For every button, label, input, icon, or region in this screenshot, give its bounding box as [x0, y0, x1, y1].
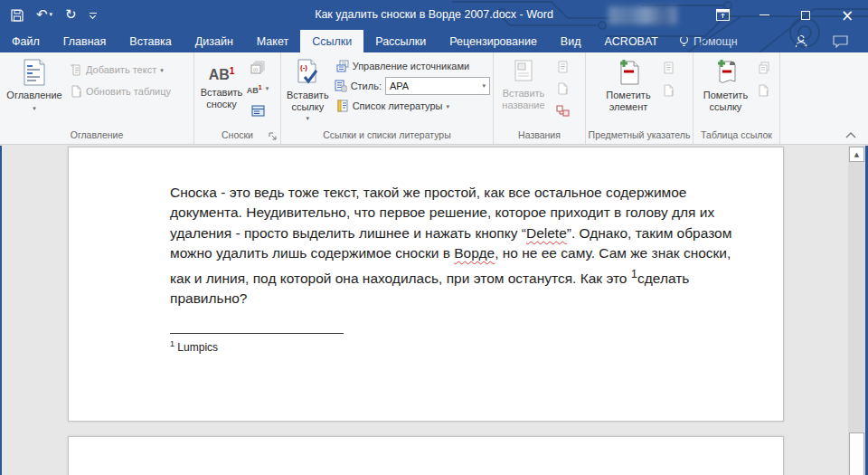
tab-acrobat[interactable]: ACROBAT	[592, 30, 670, 52]
insert-citation-button[interactable]: (-) Вставить ссылку ▾	[283, 55, 333, 128]
toc-button[interactable]: Оглавление ▾	[2, 55, 67, 128]
ribbon-display-options-button[interactable]	[702, 0, 743, 30]
collapse-ribbon-icon[interactable]	[844, 131, 857, 140]
insert-endnote-icon: (i)	[250, 61, 265, 74]
chevron-down-icon: ▾	[266, 85, 269, 92]
misspelled-word-vorde: Ворде	[454, 245, 495, 261]
tab-file[interactable]: Файл	[0, 30, 52, 52]
tab-design[interactable]: Дизайн	[184, 30, 245, 52]
group-captions: Вставить название ! Названия	[494, 52, 586, 144]
update-index-icon: !	[663, 84, 675, 97]
svg-text:!: !	[79, 90, 81, 98]
tab-insert[interactable]: Вставка	[118, 30, 183, 52]
style-combobox[interactable]: APA ▾	[385, 77, 490, 95]
update-table-icon: !	[557, 82, 569, 95]
sign-in-person-icon[interactable]	[795, 34, 809, 49]
group-index: Пометить элемент ! Предметный указатель	[586, 52, 693, 144]
tab-review[interactable]: Рецензирование	[438, 30, 549, 52]
update-table-of-authorities-button: !	[753, 81, 775, 100]
footnote-separator-line	[170, 333, 344, 334]
insert-index-button	[657, 58, 679, 78]
add-text-button: Добавить текст ▾	[67, 62, 175, 78]
svg-text:!: !	[565, 87, 568, 95]
insert-endnote-button[interactable]: (i)	[247, 57, 269, 77]
ribbon: Оглавление ▾ Добавить текст ▾ ! Обновить…	[0, 52, 868, 145]
group-footnotes: AB1 Вставить сноску (i) AB1 ▾	[194, 52, 281, 144]
close-button[interactable]: ×	[826, 0, 868, 30]
vertical-scrollbar[interactable]: ▲	[848, 146, 865, 475]
comment-icon[interactable]	[833, 35, 848, 48]
cross-reference-button[interactable]	[552, 100, 573, 120]
tabrow-right-icons	[795, 30, 868, 52]
footnote-marker: 1	[170, 339, 175, 348]
scroll-up-button[interactable]: ▲	[849, 147, 864, 162]
title-bar: ↶▾ ↻ Как удалить сноски в Ворде 2007.doc…	[0, 0, 868, 30]
document-page-1[interactable]: Сноска - это ведь тоже текст, такой же п…	[68, 147, 784, 422]
manage-sources-button[interactable]: Управление источниками	[333, 58, 492, 74]
mark-entry-button[interactable]: Пометить элемент	[599, 55, 657, 128]
insert-index-icon	[663, 62, 675, 74]
next-footnote-icon: AB1	[247, 83, 262, 95]
tell-me-box[interactable]: Помощн	[670, 30, 747, 52]
style-value: APA	[390, 81, 409, 91]
document-paragraph: Сноска - это ведь тоже текст, такой же п…	[170, 183, 753, 309]
group-table-of-authorities: Пометить ссылку ! Таблица ссылок	[693, 52, 780, 144]
group-table-of-contents: Оглавление ▾ Добавить текст ▾ ! Обновить…	[0, 52, 194, 144]
dialog-launcher-icon[interactable]	[268, 131, 278, 142]
undo-button[interactable]: ↶▾	[36, 8, 52, 22]
update-table-button: ! Обновить таблицу	[67, 83, 175, 100]
chevron-down-icon: ▾	[50, 12, 53, 18]
update-index-button: !	[657, 81, 679, 100]
style-label: Стиль:	[351, 81, 382, 91]
tab-mailings[interactable]: Рассылки	[363, 30, 438, 52]
style-row: Стиль: APA ▾	[333, 76, 492, 96]
tab-references[interactable]: Ссылки	[300, 30, 363, 52]
redo-button[interactable]: ↻	[65, 8, 77, 22]
group-label-footnotes: Сноски	[194, 128, 280, 144]
insert-footnote-icon: AB1	[209, 63, 235, 83]
chevron-down-icon: ▾	[160, 67, 164, 74]
mark-citation-button[interactable]: Пометить ссылку	[699, 55, 753, 128]
window-controls: ×	[702, 0, 868, 30]
svg-text:(i): (i)	[253, 67, 258, 72]
save-icon[interactable]	[11, 9, 24, 22]
manage-sources-icon	[336, 60, 349, 72]
word-window: ↶▾ ↻ Как удалить сноски в Ворде 2007.doc…	[0, 0, 868, 475]
group-label-index: Предметный указатель	[586, 128, 693, 144]
mark-entry-icon	[616, 59, 641, 86]
document-page-2[interactable]	[68, 436, 784, 475]
toc-label: Оглавление	[6, 90, 61, 101]
insert-table-of-figures-button	[552, 57, 573, 77]
footnote-reference: 1	[631, 267, 637, 280]
group-label-toc: Оглавление	[0, 128, 193, 144]
tab-home[interactable]: Главная	[52, 30, 118, 52]
tell-me-label: Помощн	[693, 35, 738, 48]
insert-caption-button: Вставить название	[495, 55, 552, 128]
insert-table-of-authorities-button	[753, 58, 775, 78]
bibliography-button[interactable]: Список литературы ▾	[333, 98, 492, 114]
minimize-button[interactable]	[743, 0, 785, 30]
footnote-text[interactable]: 1 Lumpics	[170, 339, 218, 354]
show-notes-button[interactable]	[247, 100, 269, 120]
group-label-captions: Названия	[494, 128, 585, 144]
insert-caption-icon	[512, 59, 535, 84]
insert-footnote-button[interactable]: AB1 Вставить сноску	[196, 55, 247, 128]
chevron-down-icon: ▾	[482, 82, 486, 90]
insert-toa-icon	[758, 62, 770, 74]
group-label-toa: Таблица ссылок	[693, 128, 779, 144]
group-citations: (-) Вставить ссылку ▾ Управление источни…	[281, 52, 494, 144]
tab-layout[interactable]: Макет	[245, 30, 300, 52]
show-notes-icon	[251, 105, 265, 117]
chevron-down-icon: ▾	[307, 113, 310, 125]
maximize-button[interactable]	[785, 0, 826, 30]
cross-reference-icon	[556, 105, 570, 117]
scrollbar-thumb[interactable]	[849, 432, 864, 475]
next-footnote-button[interactable]: AB1 ▾	[247, 79, 269, 99]
tab-view[interactable]: Вид	[549, 30, 593, 52]
user-account-redacted[interactable]	[609, 6, 677, 24]
group-label-citations: Ссылки и списки литературы	[281, 128, 493, 144]
svg-text:!: !	[671, 89, 674, 97]
misspelled-word-delete: Delete	[526, 225, 567, 241]
customize-qat-button[interactable]	[90, 13, 97, 18]
mark-citation-icon	[713, 59, 739, 86]
